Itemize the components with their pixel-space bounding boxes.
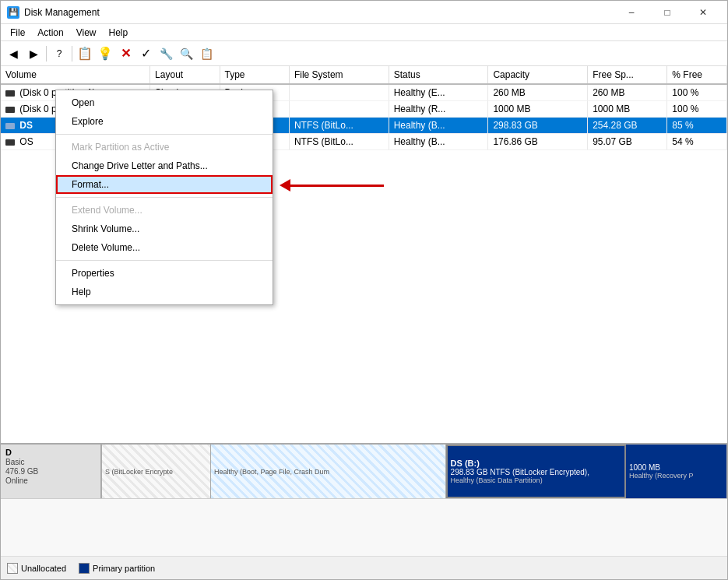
col-volume[interactable]: Volume [1,66,150,84]
cell-fs: NTFS (BitLo... [289,134,389,150]
refresh-button[interactable]: 💡 [96,44,114,63]
partition-ds-size: 298.83 GB NTFS (BitLocker Encrypted), [451,468,621,476]
cell-fs [289,84,389,101]
menu-view[interactable]: View [70,26,103,40]
cell-status: Healthy (B... [389,134,488,150]
col-type[interactable]: Type [220,66,289,84]
back-button[interactable]: ◀ [4,44,23,63]
cell-status: Healthy (E... [389,84,488,101]
settings-button[interactable]: 🔧 [157,44,175,63]
cell-status: Healthy (R... [389,101,488,118]
cell-free: 260 MB [588,84,667,101]
context-menu: Open Explore Mark Partition as Active Ch… [55,90,273,305]
legend-primary-label: Primary partition [93,564,155,573]
properties-button[interactable]: 📋 [76,44,94,63]
col-status[interactable]: Status [389,66,488,84]
disk-size: 476.9 GB [5,467,96,476]
ctx-extend: Extend Volume... [56,201,273,220]
search-button[interactable]: 🔍 [177,44,195,63]
disk-status: Online [5,476,96,485]
col-pct-free[interactable]: % Free [667,66,727,84]
maximize-button[interactable]: □ [649,1,685,24]
partition-recovery-size: 1000 MB [629,463,723,472]
disk-row-0: D Basic 476.9 GB Online S (BitLocker Enc… [1,445,727,499]
partition-efi[interactable]: S (BitLocker Encrypte [102,445,211,498]
legend-unallocated: Unallocated [7,563,66,574]
col-filesystem[interactable]: File System [289,66,389,84]
app-icon: 💾 [7,6,19,19]
close-button[interactable]: ✕ [685,1,721,24]
col-layout[interactable]: Layout [150,66,220,84]
cell-free: 1000 MB [588,101,667,118]
partition-ds-name: DS (B:) [451,459,621,468]
cell-pct: 100 % [667,101,727,118]
cell-capacity: 1000 MB [488,101,588,118]
arrow-line [290,185,384,187]
ctx-format[interactable]: Format... [56,175,273,194]
cell-pct: 54 % [667,134,727,150]
arrow-head [280,179,290,192]
col-capacity[interactable]: Capacity [488,66,588,84]
ctx-sep-2 [56,197,273,198]
disk-label-0: D Basic 476.9 GB Online [1,445,102,498]
toolbar: ◀ ▶ ? 📋 💡 ✕ ✓ 🔧 🔍 📋 [1,41,727,66]
ctx-mark-active: Mark Partition as Active [56,138,273,156]
toolbar-separator-2 [72,46,72,62]
delete-button[interactable]: ✕ [116,44,135,63]
partition-boot-label: Healthy (Boot, Page File, Crash Dum [214,468,442,476]
legend-primary-icon [79,563,90,574]
partition-ds-status: Healthy (Basic Data Partition) [451,476,621,484]
check-button[interactable]: ✓ [136,44,155,63]
ctx-sep-1 [56,134,273,135]
disk-name: D [5,448,96,457]
legend-primary: Primary partition [79,563,155,574]
ctx-help[interactable]: Help [56,283,273,301]
cell-capacity: 260 MB [488,84,588,101]
partition-boot[interactable]: Healthy (Boot, Page File, Crash Dum [211,445,446,498]
disk-type: Basic [5,458,96,466]
cell-fs: NTFS (BitLo... [289,118,389,134]
ctx-delete[interactable]: Delete Volume... [56,238,273,257]
cell-free: 254.28 GB [588,118,667,134]
cell-fs [289,101,389,118]
legend: Unallocated Primary partition [1,556,727,579]
minimize-button[interactable]: – [614,1,649,24]
menu-help[interactable]: Help [103,26,135,40]
ctx-properties[interactable]: Properties [56,264,273,283]
window-controls: – □ ✕ [614,1,721,24]
ctx-change-letter[interactable]: Change Drive Letter and Paths... [56,156,273,175]
menu-bar: File Action View Help [1,24,727,41]
partition-ds[interactable]: DS (B:) 298.83 GB NTFS (BitLocker Encryp… [446,445,626,498]
cell-pct: 100 % [667,84,727,101]
ctx-shrink[interactable]: Shrink Volume... [56,220,273,238]
legend-unalloc-label: Unallocated [21,564,66,573]
red-arrow-indicator [280,179,384,192]
disk-management-window: 💾 Disk Management – □ ✕ File Action View… [0,0,728,580]
list-button[interactable]: 📋 [197,44,216,63]
partition-recovery[interactable]: 1000 MB Healthy (Recovery P [626,445,727,498]
menu-file[interactable]: File [4,26,31,40]
menu-action[interactable]: Action [31,26,69,40]
cell-status: Healthy (B... [389,118,488,134]
cell-capacity: 176.86 GB [488,134,588,150]
cell-pct: 85 % [667,118,727,134]
partition-efi-label: S (BitLocker Encrypte [105,468,207,476]
ctx-open[interactable]: Open [56,93,273,112]
window-title: Disk Management [24,7,614,18]
legend-unalloc-icon [7,563,18,574]
col-free[interactable]: Free Sp... [588,66,667,84]
main-content: Volume Layout Type File System Status Ca… [1,66,727,579]
help-button[interactable]: ? [50,44,69,63]
cell-free: 95.07 GB [588,134,667,150]
ctx-explore[interactable]: Explore [56,112,273,131]
partition-recovery-status: Healthy (Recovery P [629,472,723,480]
ctx-sep-3 [56,260,273,261]
toolbar-separator-1 [46,46,47,62]
disk-view: D Basic 476.9 GB Online S (BitLocker Enc… [1,443,727,556]
cell-capacity: 298.83 GB [488,118,588,134]
disk-partitions-0: S (BitLocker Encrypte Healthy (Boot, Pag… [102,445,727,498]
title-bar: 💾 Disk Management – □ ✕ [1,1,727,24]
forward-button[interactable]: ▶ [24,44,43,63]
